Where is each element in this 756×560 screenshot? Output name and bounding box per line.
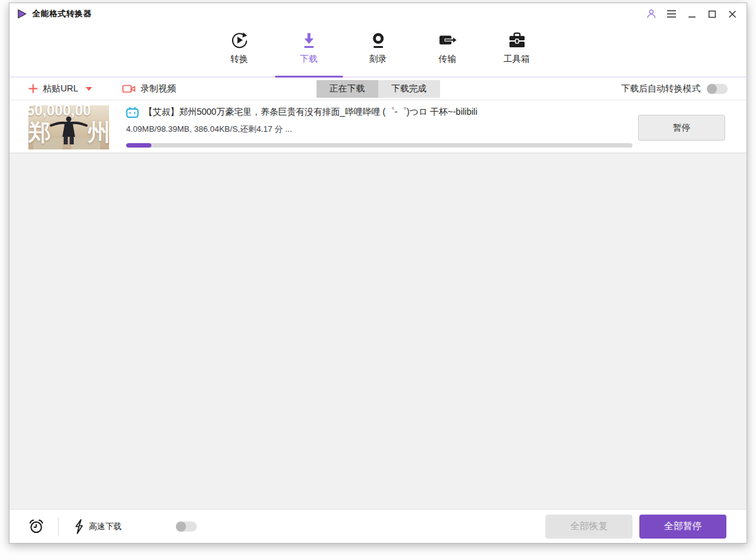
download-filter-tabs: 正在下载 下载完成: [317, 80, 440, 98]
app-title: 全能格式转换器: [32, 8, 92, 20]
auto-convert-section: 下载后自动转换模式: [621, 83, 728, 95]
bilibili-icon: [126, 107, 139, 118]
item-title-row: 【艾叔】郑州5000万豪宅里，养条巨贵有没有排面_哔哩哔哩 (゜-゜)つロ 干杯…: [126, 107, 632, 118]
tab-label: 工具箱: [504, 54, 530, 65]
auto-convert-label: 下载后自动转换模式: [621, 83, 701, 95]
progress-bar-fill: [126, 143, 151, 148]
progress-bar-track: [126, 143, 632, 148]
paste-url-label: 粘贴URL: [43, 83, 78, 95]
schedule-alarm-icon[interactable]: [28, 518, 44, 535]
tab-burn[interactable]: 刻录: [344, 25, 413, 76]
app-logo-icon: [17, 9, 27, 19]
high-speed-label: 高速下载: [89, 521, 122, 532]
burn-disc-icon: [368, 30, 388, 51]
item-status-text: 4.09MB/98.39MB, 386.04KB/S,还剩4.17 分 ...: [126, 124, 632, 135]
toolbox-icon: [506, 30, 528, 51]
app-window: 全能格式转换器 转换: [9, 3, 747, 544]
main-nav: 转换 下载 刻录: [9, 25, 747, 78]
pause-all-button[interactable]: 全部暂停: [639, 515, 726, 539]
download-item: 50,000,00 郑 州 【艾叔】郑州5000万豪宅里，养条巨贵有没有排面_哔…: [9, 100, 747, 153]
thumbnail-figure: [46, 115, 91, 147]
paste-url-button[interactable]: 粘贴URL: [28, 83, 92, 95]
high-speed-section: 高速下载: [74, 519, 122, 534]
record-video-button[interactable]: 录制视频: [122, 83, 176, 95]
download-icon: [299, 30, 319, 51]
maximize-button[interactable]: [705, 7, 719, 21]
tab-downloading[interactable]: 正在下载: [317, 80, 378, 98]
tab-label: 传输: [439, 54, 457, 65]
lightning-bolt-icon: [74, 519, 84, 534]
toggle-knob: [176, 522, 186, 532]
caret-down-icon[interactable]: [86, 87, 92, 91]
tab-label: 刻录: [369, 54, 387, 65]
thumbnail-char-right: 州: [88, 117, 109, 148]
download-item-info: 【艾叔】郑州5000万豪宅里，养条巨贵有没有排面_哔哩哔哩 (゜-゜)つロ 干杯…: [126, 105, 632, 153]
titlebar: 全能格式转换器: [9, 3, 747, 25]
user-account-icon[interactable]: [644, 7, 658, 21]
tab-toolbox[interactable]: 工具箱: [482, 25, 552, 76]
empty-list-area: [9, 153, 747, 509]
toggle-knob: [707, 84, 717, 94]
video-camera-icon: [122, 83, 136, 94]
footer: 高速下载 全部恢复 全部暂停: [9, 509, 747, 543]
transfer-icon: [437, 30, 458, 51]
high-speed-toggle[interactable]: [176, 522, 197, 532]
item-title: 【艾叔】郑州5000万豪宅里，养条巨贵有没有排面_哔哩哔哩 (゜-゜)つロ 干杯…: [144, 107, 477, 118]
record-video-label: 录制视频: [141, 83, 176, 95]
pause-button[interactable]: 暂停: [638, 115, 725, 141]
auto-convert-toggle[interactable]: [707, 84, 728, 94]
thumbnail-char-left: 郑: [28, 117, 51, 148]
tab-transfer[interactable]: 传输: [413, 25, 482, 76]
item-action: 暂停: [632, 105, 747, 153]
toolbar: 粘贴URL 录制视频 正在下载 下载完成 下载后自动转换模式: [9, 78, 747, 100]
tab-completed[interactable]: 下载完成: [378, 80, 440, 98]
resume-all-button[interactable]: 全部恢复: [545, 515, 632, 539]
plus-icon: [28, 84, 38, 93]
convert-icon: [230, 30, 250, 51]
video-thumbnail: 50,000,00 郑 州: [28, 105, 109, 149]
close-button[interactable]: [725, 7, 739, 21]
footer-divider: [58, 517, 59, 536]
tab-label: 下载: [300, 54, 318, 65]
tab-label: 转换: [231, 54, 248, 65]
download-list: 50,000,00 郑 州 【艾叔】郑州5000万豪宅里，养条巨贵有没有排面_哔…: [9, 100, 747, 153]
tab-download[interactable]: 下载: [274, 25, 344, 76]
minimize-button[interactable]: [685, 7, 699, 21]
tab-convert[interactable]: 转换: [205, 25, 274, 76]
menu-icon[interactable]: [665, 7, 678, 21]
